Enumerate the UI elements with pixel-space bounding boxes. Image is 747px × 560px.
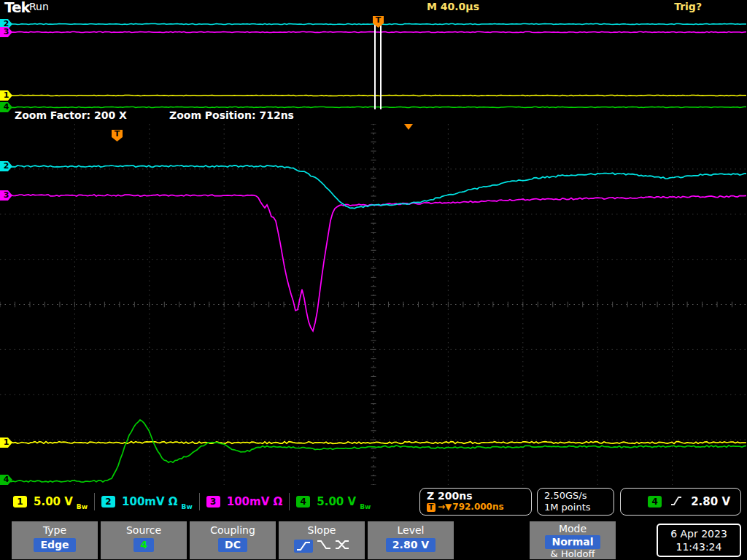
- menu-level-title: Level: [368, 524, 454, 536]
- main-timebase-readout: M 40.0µs: [427, 1, 479, 12]
- zoom-waveforms: [0, 124, 747, 485]
- ch3-scale: 100mV Ω: [227, 495, 283, 508]
- ch2-bandwidth-icon: Bw: [182, 503, 193, 510]
- trigger-menu-bar: Type Edge Source 4 Coupling DC Slope: [0, 519, 747, 560]
- zoom-scale-readout: Z 200ns: [427, 490, 525, 502]
- zoom-arrow-icon: →▼: [438, 502, 452, 513]
- readout-separator: [199, 493, 200, 510]
- trace-ch3: [0, 32, 746, 33]
- trigger-flag-icon: T: [427, 503, 436, 512]
- channel-readouts: 1 5.00 V Bw 2 100mV Ω Bw 3 100mV Ω 4 5.0…: [13, 491, 371, 512]
- zoom-position-readout: T →▼ 792.000ns: [427, 502, 525, 513]
- zoom-info-bar: Zoom Factor: 200 X Zoom Position: 712ns: [0, 109, 747, 122]
- acquisition-info-box: 2.50GS/s 1M points: [537, 488, 614, 516]
- trigger-level-readout: 2.80 V: [691, 495, 730, 508]
- zoom-graticule-area: T 2 3 1 4: [0, 124, 747, 485]
- ch1-scale: 5.00 V: [34, 495, 73, 508]
- oscilloscope-screen: Tek Run M 40.0µs Trig? 2 3 1 4 T Zoom Fa…: [0, 0, 747, 560]
- ch3-badge: 3: [206, 496, 220, 508]
- trace-ch2: [0, 24, 746, 25]
- readout-bar: 1 5.00 V Bw 2 100mV Ω Bw 3 100mV Ω 4 5.0…: [0, 487, 747, 518]
- date-label: 6 Apr 2023: [658, 528, 740, 540]
- expansion-point-marker-icon: [404, 124, 413, 130]
- slope-falling-icon[interactable]: [317, 539, 331, 553]
- top-status-bar: Tek Run M 40.0µs Trig?: [0, 0, 747, 13]
- zoom-position-value: 792.000ns: [452, 502, 503, 513]
- time-label: 11:43:24: [658, 541, 740, 553]
- menu-coupling-button[interactable]: Coupling DC: [190, 521, 276, 559]
- ch2-badge: 2: [101, 496, 115, 508]
- record-overview-strip: 2 3 1 4 T: [0, 13, 747, 109]
- ch4-scale: 5.00 V: [317, 495, 356, 508]
- trigger-slope-icon: [670, 495, 682, 509]
- ch2-scale: 100mV Ω: [122, 495, 178, 508]
- menu-level-value: 2.80 V: [386, 538, 436, 552]
- menu-mode-button[interactable]: Mode Normal & Holdoff: [530, 521, 616, 559]
- menu-slope-button[interactable]: Slope: [279, 521, 365, 559]
- trigger-readout-box: 4 2.80 V: [620, 488, 741, 516]
- ch1-badge: 1: [13, 496, 27, 508]
- zoom-factor-label: Zoom Factor: 200 X: [15, 109, 127, 121]
- menu-source-title: Source: [101, 524, 187, 536]
- menu-type-value: Edge: [34, 538, 75, 552]
- menu-type-button[interactable]: Type Edge: [12, 521, 98, 559]
- sample-rate: 2.50GS/s: [544, 490, 607, 502]
- menu-source-button[interactable]: Source 4: [101, 521, 187, 559]
- menu-coupling-title: Coupling: [190, 524, 276, 536]
- menu-source-value: 4: [133, 538, 154, 552]
- record-length: 1M points: [544, 502, 607, 513]
- zoom-position-label: Zoom Position: 712ns: [169, 109, 294, 121]
- trace-ch4: [0, 107, 746, 108]
- slope-options: [279, 539, 365, 553]
- datetime-box: 6 Apr 2023 11:43:24: [657, 524, 741, 557]
- menu-mode-title: Mode: [530, 523, 616, 534]
- trigger-source-badge: 4: [648, 496, 662, 508]
- readout-separator: [289, 493, 290, 510]
- trigger-status: Trig?: [674, 1, 702, 12]
- zoom-window-right-edge[interactable]: [380, 16, 382, 109]
- slope-either-icon[interactable]: [335, 539, 349, 553]
- ch4-badge: 4: [296, 496, 310, 508]
- menu-coupling-value: DC: [218, 538, 247, 552]
- overview-waveforms: [0, 13, 747, 109]
- zoom-timebase-box: Z 200ns T →▼ 792.000ns: [419, 488, 532, 516]
- menu-mode-value: Normal: [545, 535, 600, 549]
- menu-mode-extra: & Holdoff: [530, 549, 616, 559]
- trace-ch1: [0, 96, 746, 96]
- slope-rising-icon[interactable]: [294, 540, 313, 553]
- menu-slope-title: Slope: [279, 524, 365, 536]
- zoom-window-left-edge[interactable]: [374, 16, 376, 109]
- ch1-bandwidth-icon: Bw: [77, 503, 88, 510]
- menu-level-button[interactable]: Level 2.80 V: [368, 521, 454, 559]
- acquisition-status: Run: [29, 1, 49, 12]
- readout-separator: [94, 493, 95, 510]
- menu-type-title: Type: [12, 524, 98, 536]
- ch4-bandwidth-icon: Bw: [360, 503, 371, 510]
